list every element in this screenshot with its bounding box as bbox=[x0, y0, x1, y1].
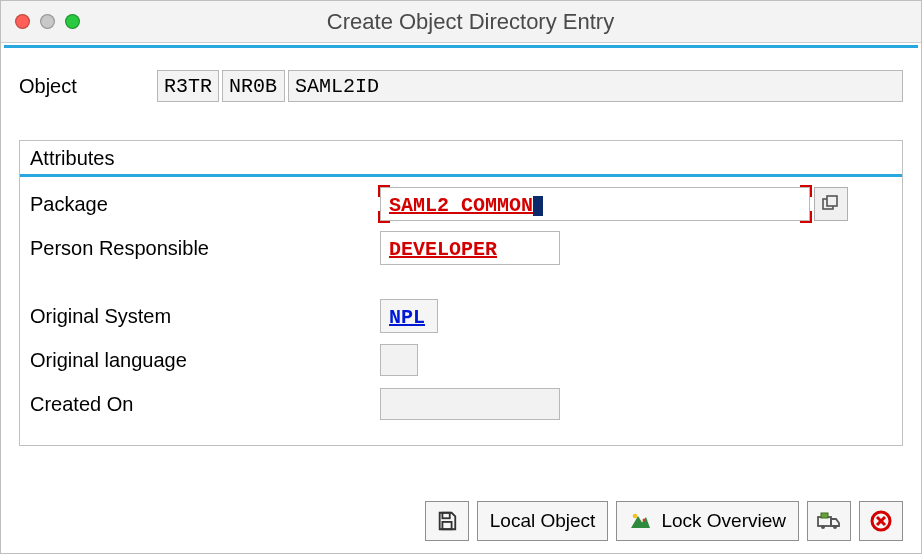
object-row: Object R3TR NR0B SAML2ID bbox=[19, 70, 903, 102]
person-input-text: DEVELOPER bbox=[389, 238, 497, 261]
orig-system-value: NPL bbox=[380, 299, 438, 333]
orig-lang-label: Original language bbox=[30, 349, 380, 372]
object-type: NR0B bbox=[222, 70, 285, 102]
attributes-panel: Attributes Package SAML2_COMMON bbox=[19, 140, 903, 446]
text-cursor bbox=[533, 196, 543, 216]
window-controls bbox=[15, 14, 80, 29]
lock-overview-label: Lock Overview bbox=[661, 510, 786, 532]
person-input[interactable]: DEVELOPER bbox=[380, 231, 560, 265]
orig-system-text: NPL bbox=[389, 306, 425, 329]
maximize-window-button[interactable] bbox=[65, 14, 80, 29]
object-pgmid: R3TR bbox=[157, 70, 219, 102]
transport-button[interactable] bbox=[807, 501, 851, 541]
package-label: Package bbox=[30, 193, 380, 216]
package-row: Package SAML2_COMMON bbox=[30, 187, 892, 221]
svg-point-8 bbox=[821, 525, 825, 529]
package-field-wrapper: SAML2_COMMON bbox=[380, 187, 848, 221]
person-row: Person Responsible DEVELOPER bbox=[30, 231, 892, 265]
local-object-label: Local Object bbox=[490, 510, 596, 532]
svg-rect-1 bbox=[827, 196, 837, 206]
cancel-button[interactable] bbox=[859, 501, 903, 541]
window-title: Create Object Directory Entry bbox=[80, 9, 861, 35]
svg-point-5 bbox=[633, 514, 638, 519]
package-input[interactable]: SAML2_COMMON bbox=[380, 187, 810, 221]
package-value-help-button[interactable] bbox=[814, 187, 848, 221]
svg-rect-3 bbox=[442, 522, 451, 529]
person-label: Person Responsible bbox=[30, 237, 380, 260]
minimize-window-button[interactable] bbox=[40, 14, 55, 29]
created-on-label: Created On bbox=[30, 393, 380, 416]
object-name: SAML2ID bbox=[288, 70, 903, 102]
package-input-text: SAML2_COMMON bbox=[389, 194, 533, 217]
orig-system-label: Original System bbox=[30, 305, 380, 328]
required-marker bbox=[800, 185, 812, 197]
required-marker bbox=[800, 211, 812, 223]
save-icon bbox=[436, 510, 458, 532]
created-on-row: Created On bbox=[30, 387, 892, 421]
object-label: Object bbox=[19, 75, 157, 98]
window: Create Object Directory Entry Object R3T… bbox=[0, 0, 922, 554]
required-marker bbox=[378, 185, 390, 197]
spacer bbox=[30, 265, 892, 289]
titlebar: Create Object Directory Entry bbox=[1, 1, 921, 43]
toolbar: Local Object Lock Overview bbox=[1, 501, 921, 541]
local-object-button[interactable]: Local Object bbox=[477, 501, 609, 541]
orig-lang-value bbox=[380, 344, 418, 376]
close-window-button[interactable] bbox=[15, 14, 30, 29]
svg-rect-2 bbox=[442, 513, 449, 519]
svg-point-6 bbox=[643, 519, 646, 522]
required-marker bbox=[378, 211, 390, 223]
body: Object R3TR NR0B SAML2ID Attributes Pack… bbox=[1, 48, 921, 446]
created-on-value bbox=[380, 388, 560, 420]
attributes-panel-title: Attributes bbox=[20, 141, 902, 177]
svg-point-9 bbox=[833, 525, 837, 529]
orig-lang-row: Original language bbox=[30, 343, 892, 377]
value-help-icon bbox=[822, 195, 840, 213]
overview-icon bbox=[629, 512, 651, 530]
cancel-icon bbox=[869, 509, 893, 533]
save-button[interactable] bbox=[425, 501, 469, 541]
svg-rect-10 bbox=[821, 513, 828, 518]
lock-overview-button[interactable]: Lock Overview bbox=[616, 501, 799, 541]
orig-system-row: Original System NPL bbox=[30, 299, 892, 333]
transport-icon bbox=[817, 511, 841, 531]
